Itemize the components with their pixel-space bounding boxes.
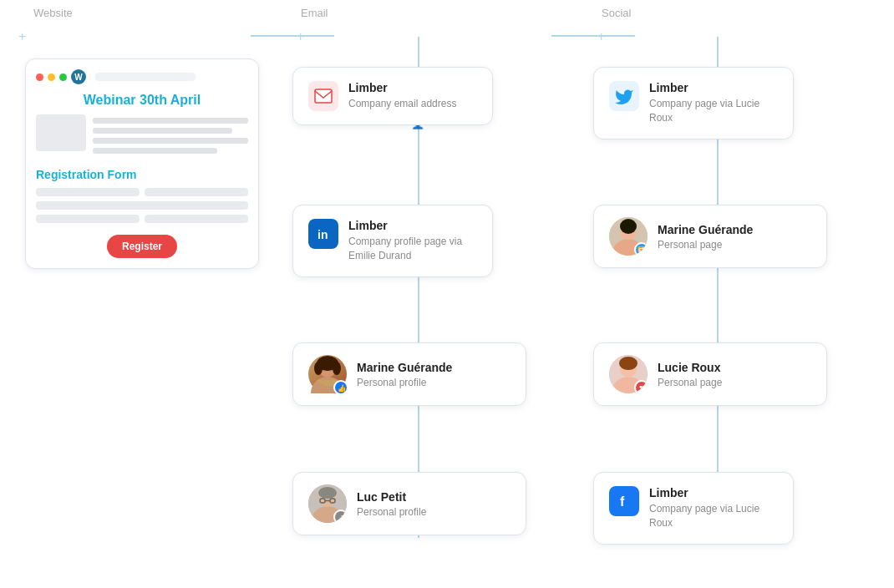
linkedin-brand: Limber: [348, 219, 477, 232]
wp-icon: W: [71, 69, 86, 84]
marine-fb-desc: Personal profile: [357, 377, 452, 388]
webinar-lines: [93, 118, 248, 158]
svg-point-6: [333, 362, 341, 375]
twitter-card-text: Limber Company page via Lucie Roux: [649, 81, 778, 125]
input-mock-4: [36, 215, 140, 223]
lucie-name: Lucie Roux: [658, 361, 722, 374]
lucie-card: ❤ Lucie Roux Personal page: [593, 342, 827, 406]
svg-point-22: [619, 357, 637, 370]
col2-label: Email: [301, 7, 328, 19]
facebook-icon-wrap: f: [609, 486, 639, 516]
line-3: [93, 138, 248, 144]
facebook-desc: Company page via Lucie Roux: [649, 502, 778, 530]
luc-name: Luc Petit: [357, 490, 426, 504]
marine-twitter-card: 🔁 Marine Guérande Personal page: [593, 205, 827, 268]
email-desc: Company email address: [348, 97, 456, 111]
luc-card: ↗ Luc Petit Personal profile: [292, 472, 526, 535]
dot-green: [59, 74, 67, 81]
email-icon-wrap: [308, 81, 338, 111]
svg-text:f: f: [620, 494, 625, 509]
input-mock-2: [145, 188, 248, 196]
register-button[interactable]: Register: [107, 235, 177, 258]
input-mock-1: [36, 188, 140, 196]
marine-facebook-card: 👍 Marine Guérande Personal profile: [292, 342, 526, 406]
line-1: [93, 118, 248, 124]
svg-rect-0: [315, 89, 332, 103]
facebook-brand: Limber: [649, 486, 778, 499]
lucie-desc: Personal page: [658, 377, 722, 388]
luc-badge: ↗: [333, 509, 347, 523]
line-4: [93, 148, 217, 154]
form-row-3: [36, 215, 248, 223]
luc-avatar: ↗: [308, 484, 347, 523]
input-mock-5: [145, 215, 248, 223]
form-row-2: [36, 201, 248, 210]
svg-point-5: [314, 362, 323, 375]
linkedin-card: in Limber Company profile page via Emili…: [292, 205, 493, 277]
email-card: Limber Company email address: [292, 67, 493, 125]
facebook-card-text: Limber Company page via Lucie Roux: [649, 486, 778, 530]
form-title: Registration Form: [36, 168, 248, 181]
email-card-text: Limber Company email address: [348, 81, 456, 111]
luc-text: Luc Petit Personal profile: [357, 490, 426, 518]
webinar-image: [36, 114, 86, 151]
linkedin-card-text: Limber Company profile page via Emilie D…: [348, 219, 477, 263]
plus-icon-2: +: [297, 29, 304, 44]
col3-label: Social: [602, 7, 631, 19]
h-line-1: [251, 35, 334, 37]
h-line-2: [551, 35, 635, 37]
plus-icon-1: +: [18, 29, 26, 44]
marine-fb-badge: 👍: [333, 380, 348, 395]
url-bar: [95, 73, 196, 81]
lucie-badge: ❤: [634, 380, 648, 393]
marine-tw-avatar: 🔁: [609, 217, 648, 256]
facebook-card: f Limber Company page via Lucie Roux: [593, 472, 794, 545]
svg-text:👍: 👍: [338, 383, 345, 392]
webinar-title: Webinar 30th April: [36, 93, 248, 108]
svg-point-11: [620, 219, 637, 234]
twitter-desc: Company page via Lucie Roux: [649, 97, 778, 125]
dot-red: [36, 74, 43, 81]
register-btn-wrap: Register: [36, 228, 248, 258]
line-2: [93, 128, 232, 134]
plus-icon-3: +: [597, 29, 605, 44]
webinar-content: [36, 114, 248, 158]
luc-desc: Personal profile: [357, 506, 426, 518]
email-brand: Limber: [348, 81, 456, 94]
dot-yellow: [48, 74, 55, 81]
twitter-brand: Limber: [649, 81, 778, 94]
marine-tw-badge: 🔁: [634, 242, 648, 256]
input-mock-3: [36, 201, 248, 210]
svg-point-15: [318, 487, 337, 499]
marine-tw-desc: Personal page: [658, 239, 753, 251]
form-row-1: [36, 188, 248, 196]
linkedin-icon-wrap: in: [308, 219, 338, 249]
browser-dots: W: [36, 69, 248, 84]
linkedin-desc: Company profile page via Emilie Durand: [348, 235, 477, 263]
marine-fb-avatar: 👍: [308, 355, 347, 393]
svg-text:in: in: [317, 228, 328, 241]
marine-tw-name: Marine Guérande: [658, 223, 753, 236]
twitter-card: Limber Company page via Lucie Roux: [593, 67, 794, 139]
twitter-icon-wrap: [609, 81, 639, 111]
col1-label: Website: [33, 7, 73, 19]
marine-tw-text: Marine Guérande Personal page: [658, 223, 753, 251]
marine-fb-name: Marine Guérande: [357, 361, 452, 374]
browser-card: W Webinar 30th April Registration Form: [25, 58, 259, 269]
marine-fb-text: Marine Guérande Personal profile: [357, 361, 452, 388]
lucie-text: Lucie Roux Personal page: [658, 361, 722, 388]
lucie-avatar: ❤: [609, 355, 648, 393]
